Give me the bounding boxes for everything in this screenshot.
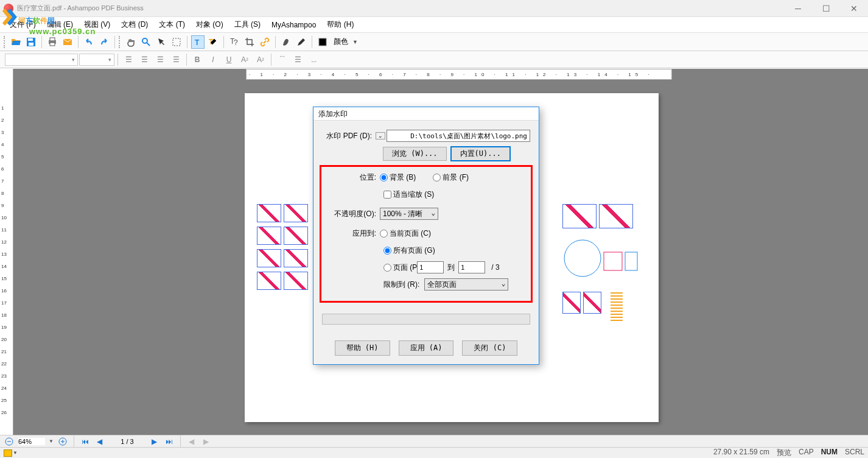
svg-rect-2 bbox=[29, 43, 33, 46]
svg-rect-17 bbox=[625, 252, 637, 270]
apply-button[interactable]: 应用 (A) bbox=[399, 340, 454, 356]
lock-dropdown-icon[interactable]: ▼ bbox=[13, 450, 18, 456]
svg-text:T: T bbox=[195, 38, 200, 47]
undo-button[interactable] bbox=[82, 35, 96, 49]
menu-tools[interactable]: 工具 (S) bbox=[229, 18, 265, 32]
valign-top-button[interactable]: ⎴ bbox=[275, 53, 289, 66]
close-button[interactable]: ✕ bbox=[840, 0, 868, 17]
svg-rect-4 bbox=[50, 38, 55, 41]
pen-tool[interactable] bbox=[295, 35, 308, 49]
font-size-combo[interactable]: ▾ bbox=[79, 54, 114, 66]
zoom-out-button[interactable] bbox=[4, 437, 15, 446]
bold-button[interactable]: B bbox=[190, 53, 205, 66]
color-swatch[interactable] bbox=[316, 35, 329, 49]
toolbar-grip[interactable] bbox=[4, 36, 6, 48]
menu-text[interactable]: 文本 (T) bbox=[154, 18, 190, 32]
align-right-button[interactable]: ☰ bbox=[153, 53, 167, 66]
prev-page-button[interactable]: ◀ bbox=[94, 437, 105, 446]
zoom-dropdown-icon[interactable]: ▼ bbox=[49, 439, 54, 444]
menu-myashampoo[interactable]: MyAshampoo bbox=[267, 19, 321, 31]
page-from-input[interactable] bbox=[417, 261, 444, 273]
underline-button[interactable]: U bbox=[222, 53, 236, 66]
window-title: 医疗室立面.pdf - Ashampoo PDF Business bbox=[17, 4, 784, 13]
nav-back-button[interactable]: ◀ bbox=[186, 437, 197, 446]
svg-rect-5 bbox=[50, 43, 55, 46]
svg-point-15 bbox=[564, 240, 601, 277]
dialog-title: 添加水印 bbox=[313, 107, 539, 121]
nav-forward-button[interactable]: ▶ bbox=[201, 437, 212, 446]
titlebar: 医疗室立面.pdf - Ashampoo PDF Business ─ ☐ ✕ bbox=[0, 0, 868, 17]
highlight-tool[interactable] bbox=[279, 35, 293, 49]
main-toolbar: T T T? 颜色 ▼ bbox=[0, 33, 868, 51]
open-button[interactable] bbox=[9, 35, 23, 49]
text-tool[interactable]: T bbox=[191, 35, 205, 49]
limit-combo[interactable]: 全部页面 bbox=[424, 278, 508, 291]
apply-to-label: 应用到: bbox=[326, 228, 380, 239]
superscript-button[interactable]: A2 bbox=[237, 53, 252, 66]
last-page-button[interactable]: ⏭ bbox=[164, 437, 175, 446]
builtin-button[interactable]: 内置(U)... bbox=[450, 146, 511, 161]
page-input[interactable] bbox=[109, 437, 145, 446]
subscript-button[interactable]: A2 bbox=[253, 53, 268, 66]
redo-button[interactable] bbox=[97, 35, 111, 49]
menu-help[interactable]: 帮助 (H) bbox=[322, 18, 359, 32]
limit-to-label: 限制到 (R): bbox=[383, 280, 419, 290]
toolbar-grip[interactable] bbox=[119, 36, 121, 48]
watermark-path-input[interactable] bbox=[387, 130, 530, 142]
browse-button[interactable]: 浏览 (W)... bbox=[383, 147, 447, 161]
italic-button[interactable]: I bbox=[206, 53, 220, 66]
next-page-button[interactable]: ▶ bbox=[149, 437, 160, 446]
highlighted-section: 位置: 背景 (B) 前景 (F) 适当缩放 (S) 不透明度(O): 100%… bbox=[320, 165, 533, 303]
zoom-input[interactable] bbox=[18, 438, 45, 445]
navigation-bar: ▼ ⏮ ◀ ▶ ⏭ ◀ ▶ bbox=[0, 435, 868, 447]
menu-file[interactable]: 文件 (F) bbox=[5, 18, 41, 32]
opacity-combo[interactable]: 100% - 清晰 bbox=[380, 208, 438, 220]
hand-tool[interactable] bbox=[124, 35, 138, 49]
zoom-tool[interactable] bbox=[139, 35, 153, 49]
foreground-radio[interactable]: 前景 (F) bbox=[433, 172, 469, 183]
path-dropdown-icon[interactable]: ⌄ bbox=[376, 132, 385, 139]
svg-rect-1 bbox=[28, 38, 33, 41]
menu-document[interactable]: 文档 (D) bbox=[116, 18, 153, 32]
all-pages-radio[interactable]: 所有页面 (G) bbox=[383, 245, 435, 256]
fit-scale-checkbox[interactable]: 适当缩放 (S) bbox=[383, 189, 434, 200]
print-button[interactable] bbox=[46, 35, 59, 49]
help-button[interactable]: 帮助 (H) bbox=[335, 340, 390, 356]
watermark-pdf-label: 水印 PDF (D): bbox=[322, 131, 376, 141]
horizontal-ruler: · 1 · 2 · 3 · 4 · 5 · 6 · 7 · 8 · 9 · 10… bbox=[246, 69, 672, 80]
minimize-button[interactable]: ─ bbox=[784, 0, 812, 17]
text-edit-tool[interactable]: T bbox=[206, 35, 220, 49]
zoom-in-button[interactable] bbox=[57, 437, 68, 446]
background-radio[interactable]: 背景 (B) bbox=[380, 172, 416, 183]
status-scrl: SCRL bbox=[845, 448, 864, 458]
valign-bottom-button[interactable]: ⎵ bbox=[306, 53, 321, 66]
vertical-ruler: 123 456 789 101112 131415 161718 192021 … bbox=[0, 69, 13, 435]
menu-view[interactable]: 视图 (V) bbox=[79, 18, 115, 32]
lock-icon bbox=[4, 449, 12, 457]
select-tool[interactable] bbox=[155, 35, 168, 49]
maximize-button[interactable]: ☐ bbox=[812, 0, 840, 17]
page-to-input[interactable] bbox=[458, 261, 485, 273]
page-content-right bbox=[561, 203, 653, 325]
opacity-label: 不透明度(O): bbox=[326, 209, 380, 219]
save-button[interactable] bbox=[24, 35, 38, 49]
svg-rect-9 bbox=[173, 38, 180, 46]
text-format-tool[interactable]: T? bbox=[228, 35, 241, 49]
current-page-radio[interactable]: 当前页面 (C) bbox=[380, 228, 431, 239]
crop-tool[interactable] bbox=[243, 35, 256, 49]
app-icon bbox=[4, 4, 13, 13]
align-left-button[interactable]: ☰ bbox=[121, 53, 136, 66]
snapshot-tool[interactable] bbox=[170, 35, 183, 49]
font-family-combo[interactable]: ▾ bbox=[5, 54, 78, 66]
menu-object[interactable]: 对象 (O) bbox=[191, 18, 228, 32]
pages-range-radio[interactable]: 页面 (P bbox=[383, 262, 417, 273]
valign-middle-button[interactable]: ☰ bbox=[290, 53, 305, 66]
align-justify-button[interactable]: ☰ bbox=[169, 53, 183, 66]
link-tool[interactable] bbox=[258, 35, 271, 49]
close-dialog-button[interactable]: 关闭 (C) bbox=[462, 340, 517, 356]
color-dropdown-icon[interactable]: ▼ bbox=[352, 39, 358, 45]
align-center-button[interactable]: ☰ bbox=[137, 53, 152, 66]
email-button[interactable] bbox=[61, 35, 74, 49]
first-page-button[interactable]: ⏮ bbox=[80, 437, 91, 446]
menu-edit[interactable]: 编辑 (E) bbox=[42, 18, 78, 32]
